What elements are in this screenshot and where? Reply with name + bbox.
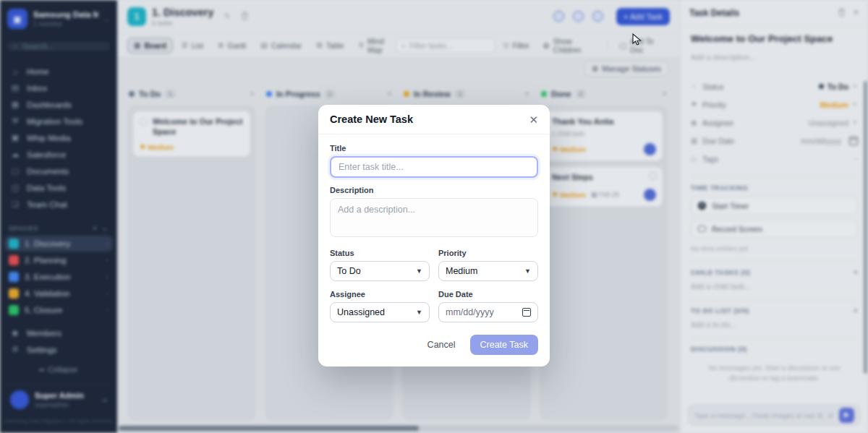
sidebar-space-3-execution[interactable]: 3. Execution› — [4, 269, 113, 285]
detail-row-due-date[interactable]: ▦Due Datemm/dd/yyyy — [691, 132, 858, 150]
user-subtitle: superadmin — [35, 401, 95, 408]
emoji-icon[interactable]: ☺ — [827, 411, 835, 419]
add-child-task-input[interactable]: Add a child task... — [691, 282, 858, 291]
panel-scrollbar[interactable] — [864, 81, 867, 374]
edit-pencil-icon[interactable]: ✎ — [224, 12, 230, 21]
chevron-right-icon: › — [106, 257, 109, 264]
sidebar-item-label: Dashboards — [27, 100, 72, 109]
space-color-icon — [9, 239, 19, 249]
user-card[interactable]: Super Admin superadmin ⇥ — [4, 384, 113, 415]
sidebar-item-whip-media[interactable]: ▣Whip Media — [4, 129, 113, 146]
add-space-icon[interactable]: + — [93, 224, 98, 232]
status-select[interactable]: To Do▼ — [330, 261, 430, 281]
logout-icon[interactable]: ⇥ — [101, 396, 107, 404]
task-title[interactable]: Welcome to Our Project Space — [691, 33, 858, 44]
column-header: To Do1+ — [127, 87, 256, 101]
tab-board[interactable]: ▦Board — [127, 38, 173, 53]
detail-row-assignee[interactable]: ◉AssigneeUnassigned▼ — [691, 113, 858, 132]
close-icon[interactable]: ✕ — [853, 8, 859, 17]
task-checkbox-icon[interactable] — [140, 118, 148, 126]
task-card[interactable]: Next Steps⚑ Medium▦ Feb 25 — [545, 167, 663, 207]
sidebar-item-label: Settings — [27, 346, 57, 354]
trash-icon[interactable] — [241, 12, 249, 22]
sidebar-space-4-validation[interactable]: 4. Validation› — [4, 286, 113, 301]
header-circle-button[interactable] — [553, 11, 564, 22]
add-card-icon[interactable]: + — [250, 89, 255, 99]
add-todo-icon[interactable]: + — [854, 307, 858, 314]
sidebar-item-label: Migration Tools — [27, 117, 82, 126]
priority-select[interactable]: Medium▼ — [438, 261, 538, 281]
play-icon — [698, 202, 706, 210]
task-card[interactable]: Thank You Anita1 child task⚑ Medium — [545, 111, 663, 161]
sidebar-item-label: Home — [27, 67, 49, 76]
chevron-right-icon: › — [106, 290, 109, 297]
sidebar-item-home[interactable]: ⌂Home — [4, 64, 113, 80]
add-card-icon[interactable]: + — [524, 89, 529, 99]
filter-tasks-input[interactable]: ○ Filter tasks... — [396, 38, 495, 53]
sidebar-item-documents[interactable]: ▢Documents — [4, 163, 113, 179]
filter-button[interactable]: ▽ Filter — [498, 38, 535, 53]
tab-table[interactable]: ⊞Table — [310, 38, 350, 53]
sidebar-item-team-chat[interactable]: ❏Team Chat — [4, 196, 113, 213]
sidebar-space-1-discovery[interactable]: 1. Discovery› — [4, 236, 113, 252]
tab-list[interactable]: ☰List — [176, 38, 209, 53]
horizontal-scrollbar[interactable] — [119, 425, 678, 432]
add-child-task-icon[interactable]: + — [854, 269, 858, 276]
task-card[interactable]: Welcome to Our Project Space⚑ Medium — [133, 111, 250, 157]
column-body: Welcome to Our Project Space⚑ Medium — [127, 106, 256, 421]
sidebar-item-data-tools[interactable]: ◫Data Tools — [4, 179, 113, 196]
show-children-button[interactable]: ⚙ Show Children — [537, 34, 602, 57]
team-chat-icon: ❏ — [10, 200, 20, 209]
search-placeholder: Search... — [22, 42, 54, 51]
detail-row-status[interactable]: ◔StatusTo Do▼ — [691, 77, 858, 95]
detail-row-tags[interactable]: ◇Tags+ — [691, 150, 858, 168]
tab-label: List — [192, 41, 203, 50]
sidebar-item-dashboards[interactable]: ▦Dashboards — [4, 96, 113, 113]
add-todo-input[interactable]: Add a to-do... — [691, 320, 858, 329]
sidebar-item-migration-tools[interactable]: ⚒Migration Tools — [4, 113, 113, 129]
tab-mind-map[interactable]: ⚲Mind Map — [353, 34, 390, 57]
manage-statuses-button[interactable]: ⚙ Manage Statuses — [584, 61, 668, 77]
sidebar-item-settings[interactable]: ⚙Settings — [4, 341, 113, 358]
header-circle-button[interactable] — [573, 11, 584, 22]
close-icon[interactable]: ✕ — [529, 114, 538, 125]
sidebar-space-5-closure[interactable]: 5. Closure› — [4, 302, 113, 318]
create-task-button[interactable]: Create Task — [470, 335, 538, 355]
workspace-switcher[interactable]: ▣ Samsung Data Mig... 1 member ⌄ — [0, 0, 117, 36]
chevron-down-icon: ▼ — [852, 83, 858, 90]
sidebar-item-members[interactable]: ◉Members — [4, 325, 113, 341]
record-screen-button[interactable]: Record Screen — [691, 220, 858, 238]
tab-calendar[interactable]: ▤Calendar — [255, 38, 307, 53]
inbox-icon: ▤ — [10, 83, 20, 93]
add-card-icon[interactable]: + — [387, 89, 392, 99]
detail-row-priority[interactable]: ⚑PriorityMedium▼ — [691, 95, 858, 113]
status-dot-icon — [129, 91, 135, 97]
assignee-select[interactable]: Unassigned▼ — [330, 302, 430, 322]
due-date-input[interactable]: mm/dd/yyyy — [438, 302, 538, 322]
task-description-placeholder[interactable]: Add a description... — [691, 53, 858, 61]
send-button[interactable] — [839, 408, 854, 423]
detail-label: Priority — [702, 100, 726, 109]
add-tag-icon[interactable]: + — [854, 155, 858, 162]
sidebar-space-2-planning[interactable]: 2. Planning› — [4, 252, 113, 268]
add-card-icon[interactable]: + — [662, 89, 667, 99]
header-circle-button[interactable] — [592, 11, 603, 22]
sidebar-item-inbox[interactable]: ▤Inbox — [4, 80, 113, 96]
discussion-empty-text: No messages yet. Start a discussion or u… — [697, 363, 852, 384]
sidebar-item-salesforce[interactable]: ☁Salesforce — [4, 146, 113, 163]
space-color-icon — [9, 305, 19, 315]
cancel-button[interactable]: Cancel — [422, 335, 461, 354]
start-timer-button[interactable]: Start Timer — [691, 197, 858, 215]
sidebar-search-input[interactable]: ○ Search... — [7, 42, 110, 51]
scrollbar-thumb[interactable] — [119, 426, 419, 431]
task-description-input[interactable] — [330, 198, 538, 237]
chevron-down-icon: ▼ — [852, 101, 858, 108]
message-input[interactable]: Type a message... Paste images or use @ … — [688, 404, 861, 426]
tab-gantt[interactable]: ≣Gantt — [212, 38, 252, 53]
collapse-button[interactable]: ⇤ Collapse — [4, 365, 113, 374]
task-title-input[interactable] — [330, 156, 538, 178]
trash-icon[interactable] — [838, 8, 846, 18]
collapse-spaces-icon[interactable]: ⌄ — [102, 224, 109, 232]
add-task-button[interactable]: + Add Task — [616, 8, 670, 25]
add-to-doc-button[interactable]: ▢ Add To Doc — [614, 34, 670, 57]
